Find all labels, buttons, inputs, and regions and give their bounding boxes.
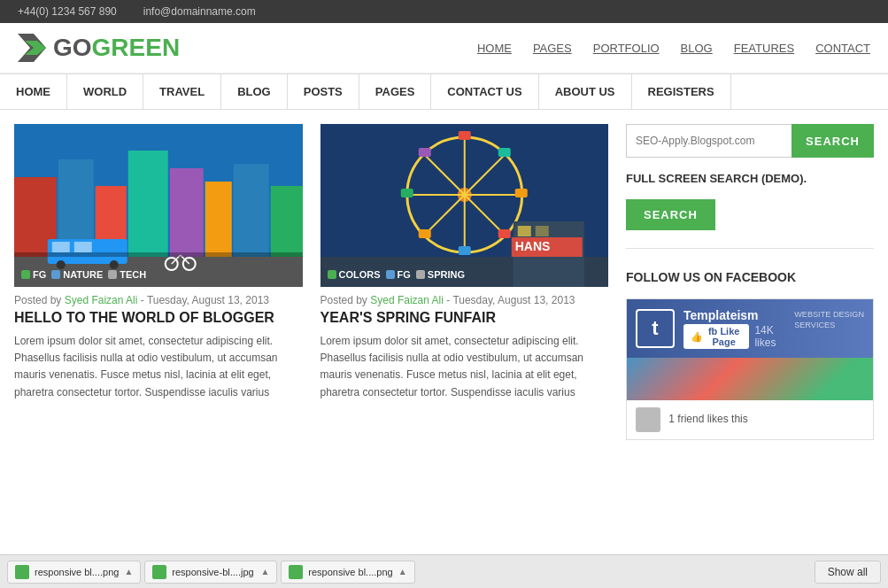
post-author-1[interactable]: Syed Faizan Ali bbox=[65, 294, 138, 306]
svg-rect-34 bbox=[418, 148, 430, 157]
post-tags-1: FG NATURE TECH bbox=[21, 269, 146, 280]
main-container: FG NATURE TECH Posted by Syed Faizan A bbox=[0, 110, 888, 440]
nav-portfolio[interactable]: PORTFOLIO bbox=[593, 42, 660, 55]
nav-contact[interactable]: CONTACT bbox=[815, 42, 870, 55]
sidebar: SEARCH FULL SCREEN SEARCH (DEMO). SEARCH… bbox=[626, 124, 874, 440]
logo-arrow-icon bbox=[18, 34, 46, 62]
search-button[interactable]: SEARCH bbox=[791, 124, 874, 158]
phone-number: +44(0) 1234 567 890 bbox=[18, 5, 117, 18]
fb-likes-count: 14K likes bbox=[754, 324, 785, 349]
tag-dot-green bbox=[21, 270, 30, 279]
logo-go: GO bbox=[53, 34, 92, 61]
nav-pages[interactable]: PAGES bbox=[533, 42, 572, 55]
post-title-1: HELLO TO THE WORLD OF BLOGGER bbox=[14, 310, 303, 326]
svg-rect-31 bbox=[458, 246, 470, 255]
nav-home[interactable]: HOME bbox=[477, 42, 512, 55]
svg-rect-37 bbox=[418, 229, 430, 238]
svg-marker-1 bbox=[25, 41, 46, 55]
fb-like-button[interactable]: 👍 fb Like Page bbox=[683, 324, 749, 349]
post-date-2: Tuesday, August 13, 2013 bbox=[452, 294, 575, 306]
tag-dot-green-2 bbox=[328, 270, 336, 279]
fb-info: Templateism 👍 fb Like Page 14K likes bbox=[683, 308, 785, 349]
nav-features[interactable]: FEATURES bbox=[734, 42, 794, 55]
fb-cover-image bbox=[627, 358, 873, 400]
tag-fg-1: FG bbox=[21, 269, 46, 280]
sec-nav-about-us[interactable]: ABOUT US bbox=[539, 74, 632, 109]
svg-point-15 bbox=[57, 260, 66, 269]
sec-nav-world[interactable]: WORLD bbox=[67, 74, 143, 109]
email-address: info@domainname.com bbox=[143, 5, 256, 18]
post-tags-2: COLORS FG SPRING bbox=[328, 269, 466, 280]
tag-dot-gray bbox=[108, 270, 117, 279]
main-nav: HOME PAGES PORTFOLIO BLOG FEATURES CONTA… bbox=[477, 42, 870, 55]
search-input[interactable] bbox=[626, 124, 791, 158]
sec-nav-contact-us[interactable]: CONTACT US bbox=[431, 74, 538, 109]
post-author-2[interactable]: Syed Faizan Ali bbox=[370, 294, 444, 306]
svg-rect-21 bbox=[14, 252, 303, 257]
svg-rect-14 bbox=[74, 242, 92, 252]
logo-green: GREEN bbox=[92, 34, 181, 61]
svg-rect-30 bbox=[458, 131, 470, 140]
post-card-1: FG NATURE TECH Posted by Syed Faizan A bbox=[14, 124, 303, 401]
svg-text:HANS: HANS bbox=[514, 239, 550, 253]
svg-rect-41 bbox=[535, 226, 548, 236]
thumbs-up-icon: 👍 bbox=[691, 331, 703, 343]
posts-area: FG NATURE TECH Posted by Syed Faizan A bbox=[14, 124, 608, 440]
search-box: SEARCH bbox=[626, 124, 874, 158]
tag-spring: SPRING bbox=[416, 269, 465, 280]
fb-header: t Templateism 👍 fb Like Page 14K likes W… bbox=[627, 299, 873, 358]
post-image-1: FG NATURE TECH bbox=[14, 124, 303, 287]
sec-nav-home[interactable]: HOME bbox=[0, 74, 67, 109]
ferris-svg: HANS bbox=[320, 124, 609, 287]
fb-like-row: 👍 fb Like Page 14K likes bbox=[683, 324, 785, 349]
tag-tech: TECH bbox=[108, 269, 146, 280]
sec-nav-registers[interactable]: REGISTERS bbox=[632, 74, 731, 109]
posts-grid: FG NATURE TECH Posted by Syed Faizan A bbox=[14, 124, 608, 401]
city-svg bbox=[14, 124, 303, 287]
post-meta-1: Posted by Syed Faizan Ali - Tuesday, Aug… bbox=[14, 294, 303, 306]
fb-logo-icon: t bbox=[636, 309, 675, 348]
post-date-1: Tuesday, August 13, 2013 bbox=[147, 294, 269, 306]
secondary-nav: HOME WORLD TRAVEL BLOG POSTS PAGES CONTA… bbox=[0, 74, 888, 110]
sec-nav-travel[interactable]: TRAVEL bbox=[143, 74, 221, 109]
fb-page-name: Templateism bbox=[683, 308, 785, 322]
nav-blog[interactable]: BLOG bbox=[681, 42, 713, 55]
divider-1 bbox=[626, 248, 874, 249]
fullscreen-search-label: FULL SCREEN SEARCH (DEMO). bbox=[626, 172, 874, 185]
tag-fg-2: FG bbox=[386, 269, 411, 280]
tag-dot-blue-2 bbox=[386, 270, 395, 279]
sec-nav-posts[interactable]: POSTS bbox=[288, 74, 359, 109]
post-card-2: HANS COLORS FG SPRING bbox=[320, 124, 609, 401]
tag-nature: NATURE bbox=[51, 269, 103, 280]
tag-colors: COLORS bbox=[328, 269, 381, 280]
post-excerpt-2: Lorem ipsum dolor sit amet, consectetur … bbox=[320, 333, 609, 401]
svg-rect-13 bbox=[52, 242, 70, 252]
search-btn-2-wrapper: SEARCH bbox=[626, 199, 874, 230]
fb-website-tag: WEBSITE DESIGNSERVICES bbox=[794, 308, 864, 329]
svg-rect-33 bbox=[514, 189, 527, 197]
svg-point-16 bbox=[110, 260, 119, 269]
tag-dot-blue bbox=[51, 270, 60, 279]
post-title-2: YEAR'S SPRING FUNFAIR bbox=[320, 310, 609, 326]
svg-rect-35 bbox=[498, 229, 510, 238]
tag-dot-gray-2 bbox=[416, 270, 425, 279]
facebook-widget: t Templateism 👍 fb Like Page 14K likes W… bbox=[626, 298, 874, 440]
post-excerpt-1: Lorem ipsum dolor sit amet, consectetur … bbox=[14, 333, 303, 401]
sec-nav-pages[interactable]: PAGES bbox=[359, 74, 432, 109]
facebook-section-title: FOLLOW US ON FACEBOOK bbox=[626, 270, 874, 284]
svg-rect-32 bbox=[400, 189, 413, 197]
header: GOGREEN HOME PAGES PORTFOLIO BLOG FEATUR… bbox=[0, 23, 888, 74]
fb-friend-avatar bbox=[636, 407, 660, 432]
fb-friend-text: 1 friend likes this bbox=[627, 400, 873, 439]
search-button-2[interactable]: SEARCH bbox=[626, 199, 715, 230]
top-bar: +44(0) 1234 567 890 info@domainname.com bbox=[0, 0, 888, 23]
logo-link[interactable]: GOGREEN bbox=[18, 34, 180, 62]
post-image-2: HANS COLORS FG SPRING bbox=[320, 124, 609, 287]
post-meta-2: Posted by Syed Faizan Ali - Tuesday, Aug… bbox=[320, 294, 609, 306]
svg-rect-36 bbox=[498, 148, 510, 157]
sec-nav-blog[interactable]: BLOG bbox=[221, 74, 288, 109]
svg-rect-40 bbox=[517, 226, 530, 236]
